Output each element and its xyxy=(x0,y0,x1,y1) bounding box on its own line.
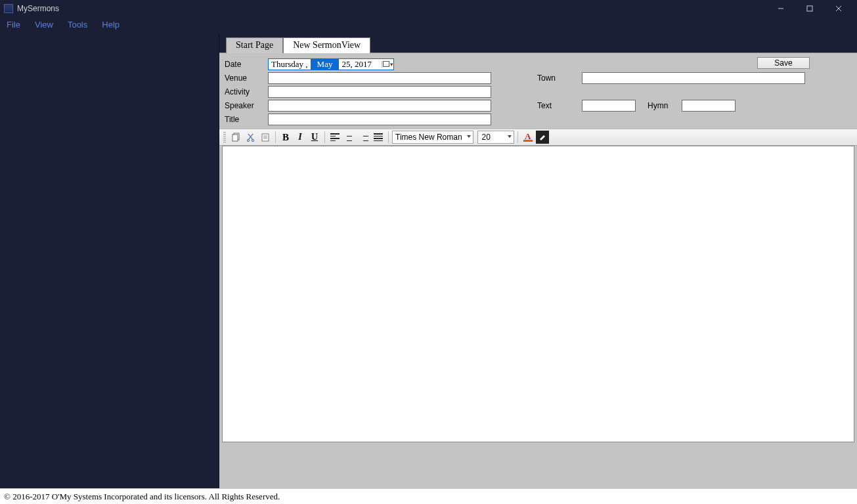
label-date: Date xyxy=(225,60,268,69)
app-icon xyxy=(4,4,13,13)
cut-icon[interactable] xyxy=(244,131,257,144)
statusbar: © 2016-2017 O'My Systems Incorporated an… xyxy=(0,488,857,504)
venue-input[interactable] xyxy=(268,72,491,84)
align-left-button[interactable] xyxy=(328,131,341,144)
tab-new-sermon-view[interactable]: New SermonView xyxy=(283,37,370,53)
align-center-button[interactable] xyxy=(343,131,356,144)
date-month[interactable]: May xyxy=(311,59,340,70)
bottom-panel xyxy=(219,442,857,488)
font-size-value: 20 xyxy=(482,133,491,142)
date-weekday[interactable]: Thursday , xyxy=(269,59,311,70)
italic-button[interactable]: I xyxy=(294,131,307,144)
align-right-button[interactable] xyxy=(357,131,370,144)
underline-button[interactable]: U xyxy=(308,131,321,144)
hymn-input[interactable] xyxy=(682,100,736,112)
menu-file[interactable]: File xyxy=(7,20,20,30)
form-area: Save Date Thursday , May 25, 2017 ▾ Venu… xyxy=(219,53,857,129)
minimize-button[interactable] xyxy=(766,0,795,16)
align-justify-button[interactable] xyxy=(372,131,385,144)
svg-point-8 xyxy=(247,139,249,141)
bold-button[interactable]: B xyxy=(279,131,292,144)
sidebar xyxy=(0,33,219,488)
town-input[interactable] xyxy=(582,72,805,84)
chevron-down-icon xyxy=(467,135,471,138)
calendar-dropdown-icon[interactable]: ▾ xyxy=(382,61,393,68)
label-activity: Activity xyxy=(225,87,268,96)
date-rest[interactable]: 25, 2017 xyxy=(339,59,374,70)
menu-tools[interactable]: Tools xyxy=(68,20,87,30)
svg-rect-1 xyxy=(807,6,812,11)
tab-start-page[interactable]: Start Page xyxy=(226,37,283,53)
menu-view[interactable]: View xyxy=(35,20,53,30)
tab-content: Save Date Thursday , May 25, 2017 ▾ Venu… xyxy=(219,52,857,488)
label-venue: Venue xyxy=(225,74,268,83)
editor-area[interactable] xyxy=(222,146,854,442)
font-size-combo[interactable]: 20 xyxy=(477,131,514,144)
speaker-input[interactable] xyxy=(268,100,491,112)
label-town: Town xyxy=(537,74,582,83)
close-button[interactable] xyxy=(824,0,853,16)
font-color-button[interactable]: A xyxy=(521,131,535,144)
tabstrip: Start Page New SermonView xyxy=(219,33,857,52)
highlight-color-button[interactable] xyxy=(536,131,549,144)
save-button[interactable]: Save xyxy=(757,57,810,69)
paste-icon[interactable] xyxy=(259,131,272,144)
toolbar-grip xyxy=(223,132,226,142)
main-panel: Start Page New SermonView Save Date Thur… xyxy=(219,33,857,488)
menubar: File View Tools Help xyxy=(0,16,857,33)
activity-input[interactable] xyxy=(268,86,491,98)
svg-rect-5 xyxy=(232,135,238,141)
editor-toolbar: B I U Times New Roman xyxy=(219,129,857,146)
menu-help[interactable]: Help xyxy=(102,20,120,30)
window-title: MySermons xyxy=(17,4,59,13)
svg-point-9 xyxy=(252,139,253,141)
font-family-combo[interactable]: Times New Roman xyxy=(392,131,473,144)
copy-icon[interactable] xyxy=(230,131,243,144)
font-family-value: Times New Roman xyxy=(395,133,462,142)
titlebar: MySermons xyxy=(0,0,857,16)
maximize-button[interactable] xyxy=(795,0,824,16)
chevron-down-icon xyxy=(508,135,512,138)
label-hymn: Hymn xyxy=(648,101,682,110)
copyright-text: © 2016-2017 O'My Systems Incorporated an… xyxy=(4,492,280,502)
label-title: Title xyxy=(225,115,268,124)
title-input[interactable] xyxy=(268,114,491,125)
date-picker[interactable]: Thursday , May 25, 2017 ▾ xyxy=(268,58,394,70)
workspace: Start Page New SermonView Save Date Thur… xyxy=(0,33,857,488)
label-speaker: Speaker xyxy=(225,101,268,110)
label-text: Text xyxy=(537,101,582,110)
text-input[interactable] xyxy=(582,100,636,112)
